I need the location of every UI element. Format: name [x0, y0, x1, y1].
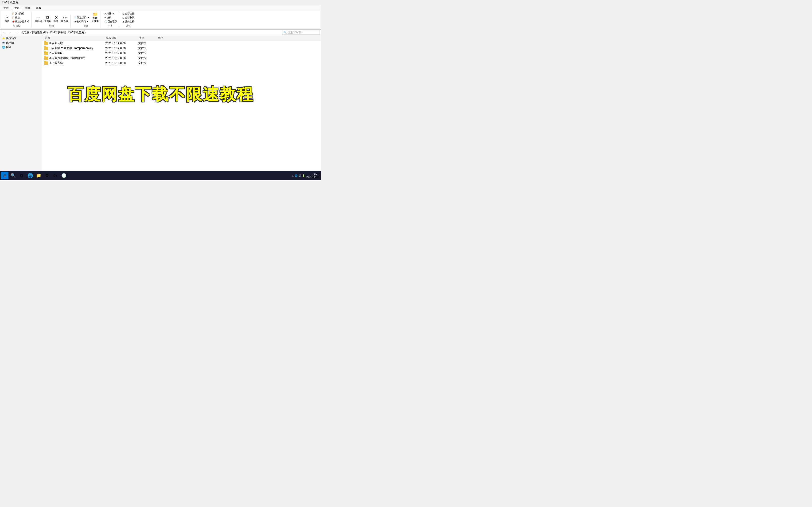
paste-icon: 📋 [12, 16, 14, 19]
btn-open[interactable]: ↗ 打开 ▼ [104, 12, 118, 15]
btn-new-item[interactable]: 📄 新建项目 ▼ [73, 16, 90, 19]
start-button[interactable]: ⊞ [1, 172, 8, 179]
open-label: 打开 [108, 24, 113, 28]
network-icon: 🌐 [2, 46, 5, 49]
col-type[interactable]: 类型 [138, 36, 157, 40]
nav-quick-access[interactable]: ⭐ 快速访问 [0, 36, 42, 41]
store-icon: 🛍 [53, 173, 58, 178]
table-row[interactable]: 4.下载方法 2021/10/19 0:20 文件夹 [42, 61, 321, 65]
taskview-icon: ⧉ [20, 173, 23, 178]
taskbar-store[interactable]: 🛍 [52, 172, 59, 179]
address-path[interactable]: 此电脑 › 本地磁盘 (F:) › IDM下载教程 › IDM下载教程 › [21, 31, 281, 35]
search-box[interactable]: 🔍 搜索"IDM下... [282, 30, 320, 35]
ribbon: 文件 主页 共享 查看 ✂ 剪切 📋 复制路径 📋 粘贴 [0, 5, 321, 30]
tab-view[interactable]: 查看 [33, 6, 44, 10]
ribbon-tabs: 文件 主页 共享 查看 [1, 6, 320, 10]
taskbar-edge[interactable]: 🌐 [26, 172, 34, 179]
table-row[interactable]: 3.安装百度网盘下载限额助手 2021/10/19 0:06 文件夹 [42, 56, 321, 61]
btn-copy[interactable]: ⧉ 复制到 [43, 15, 52, 23]
up-button[interactable]: ↑ [14, 30, 20, 35]
taskbar-explorer[interactable]: 📁 [35, 172, 42, 179]
col-date[interactable]: 修改日期 [105, 36, 138, 40]
new-item-icon: 📄 [74, 16, 77, 19]
quick-access-icon: ⭐ [2, 37, 5, 40]
file-list: 名称 修改日期 类型 大小 0.安装云歌 2021/10/19 0:06 文件夹… [42, 35, 321, 180]
btn-invert[interactable]: ⊕ 反向选择 [122, 20, 135, 23]
tab-file[interactable]: 文件 [1, 6, 11, 10]
table-row[interactable]: 0.安装云歌 2021/10/19 0:06 文件夹 [42, 41, 321, 46]
btn-move[interactable]: → 移动到 [34, 15, 43, 23]
tray-icons: ∧ 🌐 🔊 🔋 [292, 174, 305, 177]
btn-select-none[interactable]: ☐ 全部取消 [122, 16, 135, 19]
tray-network-icon[interactable]: 🌐 [295, 174, 297, 177]
start-icon: ⊞ [3, 173, 6, 178]
folder-icon-3 [44, 57, 48, 60]
btn-copy-path2[interactable]: 📋 复制路径 [11, 12, 30, 15]
delete-icon: ✕ [54, 15, 58, 20]
path-part-4[interactable]: IDM下载教程 [68, 31, 84, 35]
folder-icon-4 [44, 61, 48, 65]
back-button[interactable]: ‹ [1, 30, 7, 35]
nav-network[interactable]: 🌐 网络 [0, 45, 42, 50]
ribbon-group-organize: → 移动到 ⧉ 复制到 ✕ 删除 ✏ 重命名 组织 [33, 14, 71, 28]
taskbar-settings[interactable]: ⚙ [43, 172, 51, 179]
path-part-3[interactable]: IDM下载教程 [50, 31, 66, 35]
path-part-1[interactable]: 此电脑 [21, 31, 30, 35]
new-label: 新建 [84, 24, 89, 28]
clock-display[interactable]: 0:56 2021/10/19 [306, 172, 318, 179]
table-row[interactable]: 2.安装IDM 2021/10/19 0:06 文件夹 [42, 51, 321, 56]
ribbon-group-new: 📄 新建项目 ▼ ⚙ 轻松访问 ▼ 📁 新建 文件夹 新建 [72, 12, 101, 28]
btn-delete[interactable]: ✕ 删除 [53, 15, 60, 23]
edge-icon: 🌐 [27, 173, 33, 178]
btn-pin[interactable]: 📌 粘贴快捷方式 [11, 20, 30, 23]
clock-date: 2021/10/19 [306, 176, 318, 179]
select-all-icon: ☑ [122, 12, 124, 15]
clock-time: 0:56 [306, 172, 318, 176]
easy-access-icon: ⚙ [74, 20, 76, 23]
sep-2: › [48, 31, 49, 34]
pin-icon: 📌 [12, 20, 14, 23]
table-row[interactable]: 1.安装插件 暴力猴+Tampermonkey 2021/10/19 0:06 … [42, 46, 321, 51]
btn-edit[interactable]: ✎ 编辑 [104, 16, 118, 19]
btn-new-folder[interactable]: 📁 新建 文件夹 [91, 12, 100, 23]
btn-easy-access[interactable]: ⚙ 轻松访问 ▼ [73, 20, 90, 23]
ribbon-group-open: ↗ 打开 ▼ ✎ 编辑 🕐 历史记录 打开 [102, 12, 119, 28]
title-bar: IDM下载教程 [0, 0, 321, 5]
history-icon: 🕐 [104, 20, 107, 23]
organize-label: 组织 [49, 24, 54, 28]
tray-volume-icon[interactable]: 🔊 [298, 174, 301, 177]
col-size[interactable]: 大小 [157, 36, 176, 40]
file-list-header: 名称 修改日期 类型 大小 [42, 35, 321, 41]
explorer-icon: 📁 [36, 173, 41, 178]
address-bar: ‹ › ↑ 此电脑 › 本地磁盘 (F:) › IDM下载教程 › IDM下载教… [0, 30, 321, 35]
sep-3: › [66, 31, 67, 34]
ribbon-group-select: ☑ 全部选择 ☐ 全部取消 ⊕ 反向选择 选择 [120, 12, 137, 28]
sep-1: › [30, 31, 31, 34]
select-label: 选择 [126, 24, 131, 28]
btn-rename[interactable]: ✏ 重命名 [60, 15, 69, 23]
tray-battery-icon: 🔋 [302, 174, 305, 177]
search-icon: 🔍 [283, 31, 287, 34]
btn-select-all[interactable]: ☑ 全部选择 [122, 12, 135, 15]
col-name[interactable]: 名称 [44, 36, 105, 40]
btn-copy-path-label: 剪切 [5, 20, 9, 23]
rename-icon: ✏ [63, 15, 66, 20]
file-name-1: 1.安装插件 暴力猴+Tampermonkey [44, 46, 105, 50]
tray-up-icon[interactable]: ∧ [292, 174, 294, 177]
folder-icon-2 [44, 52, 48, 55]
folder-icon-0 [44, 42, 48, 45]
taskbar-search[interactable]: 🔍 [9, 172, 17, 179]
taskbar-clock[interactable]: 🕐 [60, 172, 68, 179]
explorer-body: ⭐ 快速访问 💻 此电脑 🌐 网络 名称 修改日期 类型 大小 0.安装云歌 2… [0, 35, 321, 180]
taskbar-taskview[interactable]: ⧉ [18, 172, 26, 179]
path-part-2[interactable]: 本地磁盘 (F:) [31, 31, 48, 35]
btn-copy-path[interactable]: ✂ 剪切 [4, 15, 11, 23]
btn-history[interactable]: 🕐 历史记录 [104, 20, 118, 23]
left-nav: ⭐ 快速访问 💻 此电脑 🌐 网络 [0, 35, 42, 180]
forward-button[interactable]: › [8, 30, 13, 35]
copy2-icon: ⧉ [46, 15, 49, 20]
nav-this-pc[interactable]: 💻 此电脑 [0, 41, 42, 45]
tab-share[interactable]: 共享 [22, 6, 33, 10]
tab-home[interactable]: 主页 [12, 6, 22, 10]
btn-paste[interactable]: 📋 粘贴 [11, 16, 30, 19]
